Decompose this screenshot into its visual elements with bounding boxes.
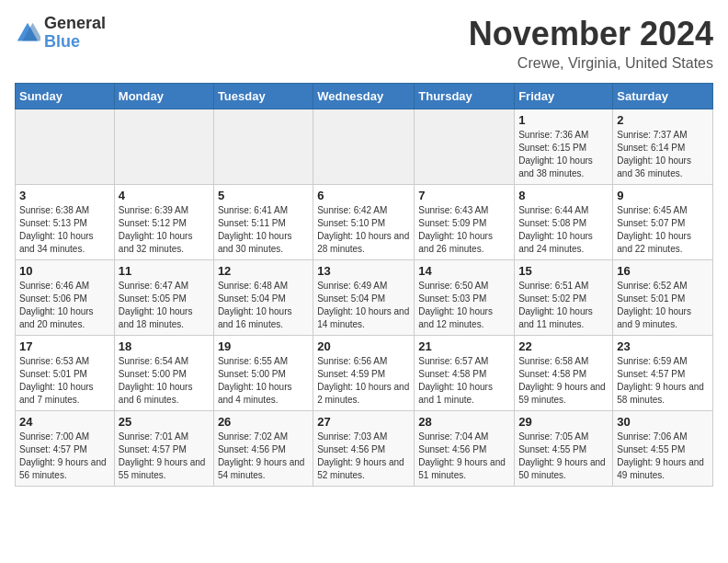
day-number: 22 <box>518 339 609 353</box>
week-row-4: 17Sunrise: 6:53 AM Sunset: 5:01 PM Dayli… <box>16 336 713 411</box>
day-number: 16 <box>617 264 709 278</box>
calendar-cell: 28Sunrise: 7:04 AM Sunset: 4:56 PM Dayli… <box>415 411 515 487</box>
cell-info: Sunrise: 6:41 AM Sunset: 5:11 PM Dayligh… <box>218 204 309 256</box>
calendar-cell: 2Sunrise: 7:37 AM Sunset: 6:14 PM Daylig… <box>613 109 713 185</box>
weekday-header-thursday: Thursday <box>415 84 515 109</box>
day-number: 3 <box>19 189 110 202</box>
calendar-body: 1Sunrise: 7:36 AM Sunset: 6:15 PM Daylig… <box>16 109 713 487</box>
day-number: 18 <box>119 339 210 353</box>
day-number: 11 <box>119 264 210 278</box>
cell-info: Sunrise: 6:48 AM Sunset: 5:04 PM Dayligh… <box>218 280 309 331</box>
calendar-cell <box>313 109 415 185</box>
cell-info: Sunrise: 6:47 AM Sunset: 5:05 PM Dayligh… <box>119 280 210 331</box>
calendar-cell: 16Sunrise: 6:52 AM Sunset: 5:01 PM Dayli… <box>613 260 713 336</box>
logo: General Blue <box>15 15 106 52</box>
calendar-cell: 3Sunrise: 6:38 AM Sunset: 5:13 PM Daylig… <box>16 185 115 260</box>
header-area: General Blue November 2024 Crewe, Virgin… <box>15 15 713 72</box>
calendar-cell: 17Sunrise: 6:53 AM Sunset: 5:01 PM Dayli… <box>16 336 115 411</box>
day-number: 24 <box>19 415 110 429</box>
calendar-cell <box>114 109 213 185</box>
cell-info: Sunrise: 6:56 AM Sunset: 4:59 PM Dayligh… <box>317 355 410 407</box>
day-number: 27 <box>317 415 410 429</box>
calendar-cell: 4Sunrise: 6:39 AM Sunset: 5:12 PM Daylig… <box>114 185 213 260</box>
calendar-cell: 30Sunrise: 7:06 AM Sunset: 4:55 PM Dayli… <box>613 411 713 487</box>
calendar-cell: 22Sunrise: 6:58 AM Sunset: 4:58 PM Dayli… <box>515 336 613 411</box>
calendar-cell: 23Sunrise: 6:59 AM Sunset: 4:57 PM Dayli… <box>613 336 713 411</box>
calendar-cell: 14Sunrise: 6:50 AM Sunset: 5:03 PM Dayli… <box>415 260 515 336</box>
logo-general: General <box>44 15 106 33</box>
day-number: 20 <box>317 339 410 353</box>
day-number: 25 <box>119 415 210 429</box>
calendar-cell: 26Sunrise: 7:02 AM Sunset: 4:56 PM Dayli… <box>213 411 313 487</box>
day-number: 15 <box>518 264 609 278</box>
calendar-cell: 29Sunrise: 7:05 AM Sunset: 4:55 PM Dayli… <box>515 411 613 487</box>
weekday-header-wednesday: Wednesday <box>313 84 415 109</box>
day-number: 13 <box>317 264 410 278</box>
day-number: 26 <box>218 415 309 429</box>
cell-info: Sunrise: 7:02 AM Sunset: 4:56 PM Dayligh… <box>218 431 309 482</box>
day-number: 28 <box>418 415 510 429</box>
day-number: 8 <box>518 189 609 202</box>
day-number: 29 <box>518 415 609 429</box>
cell-info: Sunrise: 7:36 AM Sunset: 6:15 PM Dayligh… <box>518 129 609 180</box>
day-number: 10 <box>19 264 110 278</box>
cell-info: Sunrise: 7:01 AM Sunset: 4:57 PM Dayligh… <box>119 431 210 482</box>
week-row-1: 1Sunrise: 7:36 AM Sunset: 6:15 PM Daylig… <box>16 109 713 185</box>
day-number: 9 <box>617 189 709 202</box>
day-number: 12 <box>218 264 309 278</box>
calendar-cell: 20Sunrise: 6:56 AM Sunset: 4:59 PM Dayli… <box>313 336 415 411</box>
cell-info: Sunrise: 6:43 AM Sunset: 5:09 PM Dayligh… <box>418 204 510 256</box>
week-row-5: 24Sunrise: 7:00 AM Sunset: 4:57 PM Dayli… <box>16 411 713 487</box>
cell-info: Sunrise: 6:54 AM Sunset: 5:00 PM Dayligh… <box>119 355 210 407</box>
day-number: 17 <box>19 339 110 353</box>
calendar-header: SundayMondayTuesdayWednesdayThursdayFrid… <box>16 84 713 109</box>
cell-info: Sunrise: 6:45 AM Sunset: 5:07 PM Dayligh… <box>617 204 709 256</box>
calendar-cell <box>16 109 115 185</box>
cell-info: Sunrise: 7:04 AM Sunset: 4:56 PM Dayligh… <box>418 431 510 482</box>
calendar-cell: 9Sunrise: 6:45 AM Sunset: 5:07 PM Daylig… <box>613 185 713 260</box>
cell-info: Sunrise: 6:57 AM Sunset: 4:58 PM Dayligh… <box>418 355 510 407</box>
cell-info: Sunrise: 7:06 AM Sunset: 4:55 PM Dayligh… <box>617 431 709 482</box>
day-number: 5 <box>218 189 309 202</box>
main-container: General Blue November 2024 Crewe, Virgin… <box>0 0 728 501</box>
day-number: 2 <box>617 113 709 127</box>
cell-info: Sunrise: 6:50 AM Sunset: 5:03 PM Dayligh… <box>418 280 510 331</box>
calendar-cell: 6Sunrise: 6:42 AM Sunset: 5:10 PM Daylig… <box>313 185 415 260</box>
cell-info: Sunrise: 6:38 AM Sunset: 5:13 PM Dayligh… <box>19 204 110 256</box>
calendar-cell: 12Sunrise: 6:48 AM Sunset: 5:04 PM Dayli… <box>213 260 313 336</box>
day-number: 19 <box>218 339 309 353</box>
calendar-cell: 18Sunrise: 6:54 AM Sunset: 5:00 PM Dayli… <box>114 336 213 411</box>
month-title: November 2024 <box>469 15 713 53</box>
cell-info: Sunrise: 6:59 AM Sunset: 4:57 PM Dayligh… <box>617 355 709 407</box>
day-number: 6 <box>317 189 410 202</box>
calendar-cell: 25Sunrise: 7:01 AM Sunset: 4:57 PM Dayli… <box>114 411 213 487</box>
title-area: November 2024 Crewe, Virginia, United St… <box>469 15 713 72</box>
day-number: 21 <box>418 339 510 353</box>
cell-info: Sunrise: 7:05 AM Sunset: 4:55 PM Dayligh… <box>518 431 609 482</box>
logo-blue: Blue <box>44 33 106 52</box>
weekday-header-saturday: Saturday <box>613 84 713 109</box>
weekday-header-tuesday: Tuesday <box>213 84 313 109</box>
weekday-row: SundayMondayTuesdayWednesdayThursdayFrid… <box>16 84 713 109</box>
cell-info: Sunrise: 7:03 AM Sunset: 4:56 PM Dayligh… <box>317 431 410 482</box>
cell-info: Sunrise: 6:42 AM Sunset: 5:10 PM Dayligh… <box>317 204 410 256</box>
calendar-cell: 19Sunrise: 6:55 AM Sunset: 5:00 PM Dayli… <box>213 336 313 411</box>
calendar-cell: 1Sunrise: 7:36 AM Sunset: 6:15 PM Daylig… <box>515 109 613 185</box>
calendar-cell: 27Sunrise: 7:03 AM Sunset: 4:56 PM Dayli… <box>313 411 415 487</box>
calendar-cell: 13Sunrise: 6:49 AM Sunset: 5:04 PM Dayli… <box>313 260 415 336</box>
day-number: 30 <box>617 415 709 429</box>
cell-info: Sunrise: 6:53 AM Sunset: 5:01 PM Dayligh… <box>19 355 110 407</box>
cell-info: Sunrise: 6:39 AM Sunset: 5:12 PM Dayligh… <box>119 204 210 256</box>
week-row-3: 10Sunrise: 6:46 AM Sunset: 5:06 PM Dayli… <box>16 260 713 336</box>
weekday-header-friday: Friday <box>515 84 613 109</box>
cell-info: Sunrise: 6:52 AM Sunset: 5:01 PM Dayligh… <box>617 280 709 331</box>
calendar-cell <box>415 109 515 185</box>
logo-text: General Blue <box>44 15 106 52</box>
calendar-table: SundayMondayTuesdayWednesdayThursdayFrid… <box>15 83 713 487</box>
day-number: 4 <box>119 189 210 202</box>
calendar-cell: 8Sunrise: 6:44 AM Sunset: 5:08 PM Daylig… <box>515 185 613 260</box>
calendar-cell: 7Sunrise: 6:43 AM Sunset: 5:09 PM Daylig… <box>415 185 515 260</box>
calendar-cell: 21Sunrise: 6:57 AM Sunset: 4:58 PM Dayli… <box>415 336 515 411</box>
calendar-cell: 10Sunrise: 6:46 AM Sunset: 5:06 PM Dayli… <box>16 260 115 336</box>
week-row-2: 3Sunrise: 6:38 AM Sunset: 5:13 PM Daylig… <box>16 185 713 260</box>
